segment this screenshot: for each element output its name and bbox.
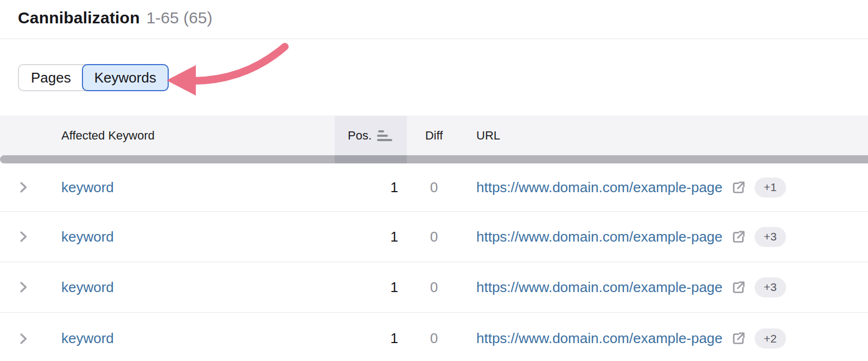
- column-header-affected-keyword[interactable]: Affected Keyword: [46, 129, 335, 143]
- external-link-icon: [731, 230, 746, 244]
- url-link[interactable]: https://www.domain.com/example-page: [476, 330, 723, 347]
- position-value: 1: [335, 279, 407, 296]
- affected-keyword-link[interactable]: keyword: [61, 279, 114, 295]
- chevron-right-icon: [19, 231, 28, 243]
- position-value: 1: [335, 229, 407, 245]
- tab-keywords[interactable]: Keywords: [82, 64, 169, 91]
- sort-ascending-icon: [377, 130, 392, 141]
- external-link-icon: [731, 180, 746, 195]
- external-link-icon: [731, 331, 746, 346]
- table-row: keyword 1 0 https://www.domain.com/examp…: [0, 313, 868, 361]
- table-row: keyword 1 0 https://www.domain.com/examp…: [0, 262, 868, 313]
- table-header-row: Affected Keyword Pos. Diff URL: [0, 116, 868, 155]
- page-header: Cannibalization 1-65 (65): [0, 0, 868, 39]
- affected-keyword-link[interactable]: keyword: [61, 229, 114, 245]
- more-urls-badge[interactable]: +3: [755, 277, 786, 297]
- diff-value: 0: [430, 279, 438, 295]
- external-link-icon: [731, 280, 746, 295]
- expand-row-button[interactable]: [19, 281, 28, 293]
- open-external-button[interactable]: [731, 230, 746, 244]
- position-value: 1: [335, 179, 407, 196]
- expand-row-button[interactable]: [19, 231, 28, 243]
- tab-pages[interactable]: Pages: [19, 65, 83, 90]
- expand-row-button[interactable]: [19, 181, 28, 193]
- column-header-pos-label: Pos.: [348, 129, 372, 143]
- affected-keyword-link[interactable]: keyword: [61, 179, 114, 195]
- cannibalization-table: Affected Keyword Pos. Diff URL keyword 1…: [0, 116, 868, 361]
- more-urls-badge[interactable]: +1: [755, 178, 786, 198]
- expand-row-button[interactable]: [19, 333, 28, 345]
- position-value: 1: [335, 330, 407, 347]
- diff-value: 0: [430, 229, 438, 245]
- chevron-right-icon: [19, 181, 28, 193]
- sorted-column-shade: [335, 155, 407, 163]
- column-header-pos[interactable]: Pos.: [335, 116, 407, 155]
- column-header-diff[interactable]: Diff: [407, 129, 461, 143]
- open-external-button[interactable]: [731, 331, 746, 346]
- table-body: keyword 1 0 https://www.domain.com/examp…: [0, 163, 868, 361]
- horizontal-scrollbar: [0, 155, 868, 163]
- view-switcher: Pages Keywords: [18, 64, 169, 91]
- affected-keyword-link[interactable]: keyword: [61, 330, 114, 346]
- result-range-count: 1-65 (65): [146, 9, 213, 27]
- more-urls-badge[interactable]: +3: [755, 227, 786, 247]
- tab-group: Pages Keywords: [18, 64, 169, 91]
- more-urls-badge[interactable]: +2: [755, 328, 786, 349]
- open-external-button[interactable]: [731, 180, 746, 195]
- diff-value: 0: [430, 330, 438, 346]
- table-row: keyword 1 0 https://www.domain.com/examp…: [0, 212, 868, 262]
- open-external-button[interactable]: [731, 280, 746, 295]
- url-link[interactable]: https://www.domain.com/example-page: [476, 179, 723, 196]
- column-header-url[interactable]: URL: [461, 129, 868, 143]
- url-link[interactable]: https://www.domain.com/example-page: [476, 229, 723, 245]
- horizontal-scrollbar-thumb[interactable]: [0, 155, 868, 163]
- chevron-right-icon: [19, 281, 28, 293]
- annotation-arrow-icon: [159, 40, 295, 101]
- diff-value: 0: [430, 179, 438, 195]
- chevron-right-icon: [19, 333, 28, 345]
- table-row: keyword 1 0 https://www.domain.com/examp…: [0, 163, 868, 212]
- page-title: Cannibalization: [18, 9, 140, 27]
- url-link[interactable]: https://www.domain.com/example-page: [476, 279, 723, 296]
